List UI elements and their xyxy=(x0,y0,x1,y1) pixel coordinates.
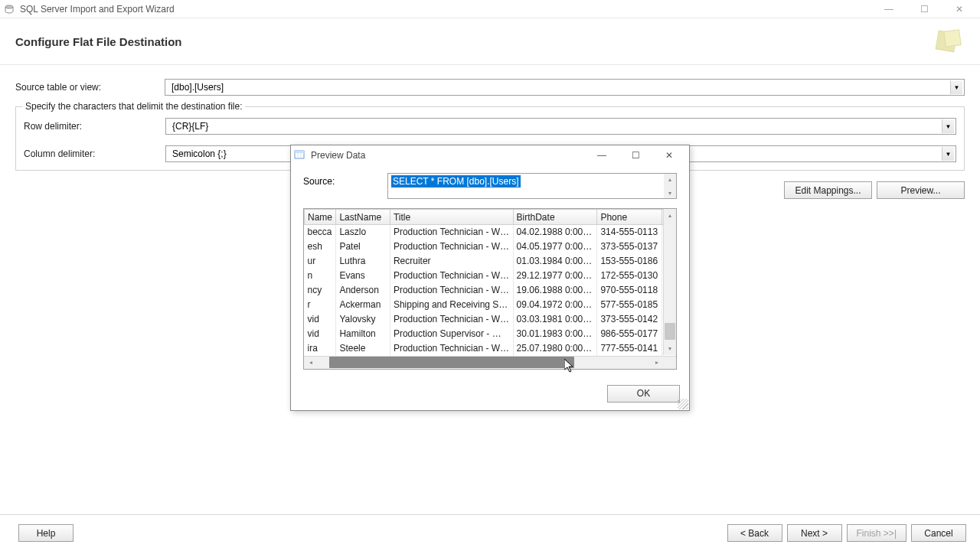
row-delimiter-label: Row delimiter: xyxy=(24,121,165,132)
minimize-button[interactable]: — xyxy=(871,1,906,18)
table-row[interactable]: rAckermanShipping and Receiving Sup...09… xyxy=(305,298,676,312)
wizard-icon xyxy=(934,26,965,57)
scrollbar-thumb[interactable] xyxy=(665,323,675,340)
column-header-name[interactable]: Name xyxy=(305,210,336,225)
column-header-title[interactable]: Title xyxy=(390,210,513,225)
dialog-close-button[interactable]: ✕ xyxy=(652,146,686,165)
window-title: SQL Server Import and Export Wizard xyxy=(20,4,871,15)
page-title: Configure Flat File Destination xyxy=(15,35,182,48)
table-row[interactable]: vidHamiltonProduction Supervisor - WC403… xyxy=(305,327,676,341)
cancel-button[interactable]: Cancel xyxy=(911,524,966,542)
cell-phone: 314-555-0113 xyxy=(597,225,662,240)
cell-title: Production Supervisor - WC40 xyxy=(390,327,513,341)
cell-title: Production Technician - WC60 xyxy=(390,283,513,298)
textarea-scrollbar[interactable]: ▴ ▾ xyxy=(664,174,676,198)
cell-phone: 373-555-0142 xyxy=(597,312,662,327)
source-query-input[interactable]: SELECT * FROM [dbo].[Users] ▴ ▾ xyxy=(387,173,677,199)
back-button[interactable]: < Back xyxy=(727,524,782,542)
cell-phone: 577-555-0185 xyxy=(597,298,662,312)
source-table-select[interactable]: [dbo].[Users] ▼ xyxy=(165,79,965,96)
cell-phone: 172-555-0130 xyxy=(597,269,662,283)
row-delimiter-row: Row delimiter: {CR}{LF} ▼ xyxy=(24,118,956,135)
source-query-row: Source: SELECT * FROM [dbo].[Users] ▴ ▾ xyxy=(303,173,677,199)
chevron-down-icon: ▼ xyxy=(950,80,962,94)
chevron-down-icon: ▼ xyxy=(942,119,954,133)
cell-lastname: Patel xyxy=(336,240,390,254)
next-button[interactable]: Next > xyxy=(787,524,842,542)
row-delimiter-value: {CR}{LF} xyxy=(172,121,208,132)
chevron-down-icon: ▼ xyxy=(942,147,954,161)
cell-name: ur xyxy=(305,254,336,269)
source-table-row: Source table or view: [dbo].[Users] ▼ xyxy=(15,79,965,96)
cell-title: Production Technician - WC45 xyxy=(390,341,513,356)
svg-rect-2 xyxy=(944,30,962,47)
app-icon xyxy=(3,3,15,15)
cell-birthdate: 04.05.1977 0:00:00 xyxy=(513,240,597,254)
table-row[interactable]: ncyAndersonProduction Technician - WC601… xyxy=(305,283,676,298)
scrollbar-thumb[interactable] xyxy=(329,357,574,368)
cell-birthdate: 29.12.1977 0:00:00 xyxy=(513,269,597,283)
cell-lastname: Luthra xyxy=(336,254,390,269)
row-delimiter-select[interactable]: {CR}{LF} ▼ xyxy=(165,118,956,135)
cell-phone: 970-555-0118 xyxy=(597,283,662,298)
close-button[interactable]: ✕ xyxy=(942,1,977,18)
scroll-right-icon: ▸ xyxy=(650,356,663,369)
table-row[interactable]: nEvansProduction Technician - WC5029.12.… xyxy=(305,269,676,283)
cell-lastname: Hamilton xyxy=(336,327,390,341)
table-row[interactable]: iraSteeleProduction Technician - WC4525.… xyxy=(305,341,676,356)
source-table-label: Source table or view: xyxy=(15,82,165,93)
fieldset-legend: Specify the characters that delimit the … xyxy=(22,101,245,112)
cell-name: n xyxy=(305,269,336,283)
dialog-icon xyxy=(294,149,306,161)
help-button[interactable]: Help xyxy=(18,524,74,542)
cell-name: vid xyxy=(305,327,336,341)
svg-point-0 xyxy=(5,5,13,8)
finish-button[interactable]: Finish >>| xyxy=(847,524,906,542)
cell-lastname: Steele xyxy=(336,341,390,356)
scroll-up-icon: ▴ xyxy=(664,209,676,222)
table-row[interactable]: vidYalovskyProduction Technician - WC300… xyxy=(305,312,676,327)
resize-grip[interactable] xyxy=(678,399,688,409)
page-header: Configure Flat File Destination xyxy=(0,18,980,65)
scroll-up-icon: ▴ xyxy=(664,174,676,184)
table-row[interactable]: eshPatelProduction Technician - WC4004.0… xyxy=(305,240,676,254)
cell-birthdate: 03.03.1981 0:00:00 xyxy=(513,312,597,327)
column-header-phone[interactable]: Phone xyxy=(597,210,662,225)
wizard-footer: Help < Back Next > Finish >>| Cancel xyxy=(0,514,980,551)
scrollbar-track[interactable] xyxy=(317,356,663,369)
dialog-minimize-button[interactable]: — xyxy=(585,146,619,165)
source-query-label: Source: xyxy=(303,173,387,187)
maximize-button[interactable]: ☐ xyxy=(906,1,942,18)
table-row[interactable]: urLuthraRecruiter01.03.1984 0:00:00153-5… xyxy=(305,254,676,269)
cell-birthdate: 09.04.1972 0:00:00 xyxy=(513,298,597,312)
preview-data-table: NameLastNameTitleBirthDatePhone beccaLas… xyxy=(304,209,676,356)
window-titlebar: SQL Server Import and Export Wizard — ☐ … xyxy=(0,0,980,18)
cell-lastname: Ackerman xyxy=(336,298,390,312)
cell-phone: 373-555-0137 xyxy=(597,240,662,254)
cell-title: Production Technician - WC60 xyxy=(390,225,513,240)
cell-name: esh xyxy=(305,240,336,254)
scroll-down-icon: ▾ xyxy=(664,187,676,198)
preview-button[interactable]: Preview... xyxy=(877,181,965,199)
source-query-value: SELECT * FROM [dbo].[Users] xyxy=(391,175,521,187)
table-vertical-scrollbar[interactable]: ▴ ▾ xyxy=(663,209,676,355)
column-header-lastname[interactable]: LastName xyxy=(336,210,390,225)
cell-title: Production Technician - WC40 xyxy=(390,240,513,254)
cell-birthdate: 01.03.1984 0:00:00 xyxy=(513,254,597,269)
edit-mappings-button[interactable]: Edit Mappings... xyxy=(784,181,872,199)
cell-birthdate: 30.01.1983 0:00:00 xyxy=(513,327,597,341)
preview-table-container: NameLastNameTitleBirthDatePhone beccaLas… xyxy=(303,208,677,370)
dialog-maximize-button[interactable]: ☐ xyxy=(619,146,652,165)
dialog-titlebar: Preview Data — ☐ ✕ xyxy=(291,145,689,165)
table-horizontal-scrollbar[interactable]: ◂ ▸ xyxy=(304,356,676,369)
preview-data-dialog: Preview Data — ☐ ✕ Source: SELECT * FROM… xyxy=(290,145,690,411)
table-row[interactable]: beccaLaszloProduction Technician - WC600… xyxy=(305,225,676,240)
cell-title: Shipping and Receiving Sup... xyxy=(390,298,513,312)
ok-button[interactable]: OK xyxy=(607,385,680,403)
col-delimiter-label: Column delimiter: xyxy=(24,148,165,159)
column-header-birthdate[interactable]: BirthDate xyxy=(513,210,597,225)
col-delimiter-value: Semicolon {;} xyxy=(172,148,227,159)
cell-phone: 986-555-0177 xyxy=(597,327,662,341)
cell-name: r xyxy=(305,298,336,312)
dialog-title: Preview Data xyxy=(311,150,585,161)
